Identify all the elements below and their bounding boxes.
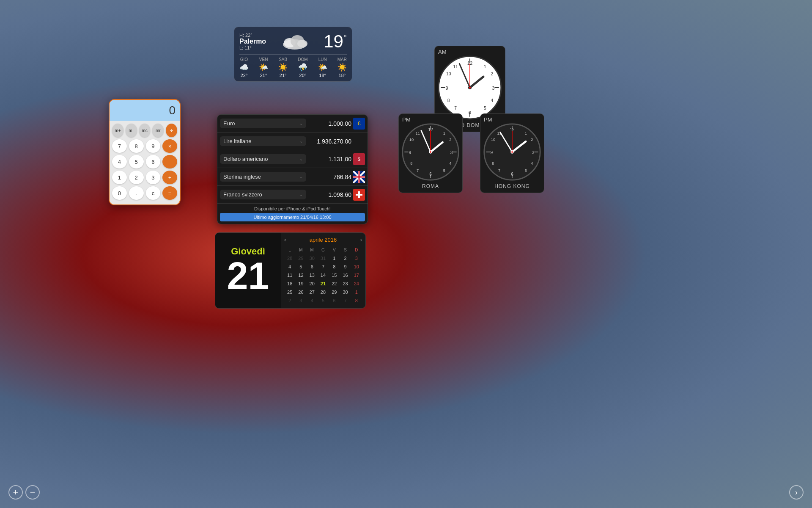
flag-euro: € [353, 118, 365, 130]
chevron-down-icon: ⌄ [299, 157, 303, 161]
flag-usa: $ [353, 153, 365, 165]
svg-text:1: 1 [525, 131, 527, 135]
svg-text:6: 6 [511, 172, 513, 177]
svg-text:10: 10 [446, 72, 451, 76]
flag-uk [353, 171, 365, 183]
svg-text:7: 7 [498, 168, 500, 173]
currency-row-franc: Franco svizzero ⌄ 1.098,60 [217, 186, 368, 204]
calc-btn-mr[interactable]: mr [152, 124, 164, 137]
calc-btn-mminus[interactable]: m- [126, 124, 137, 137]
calc-btn-2[interactable]: 2 [129, 171, 144, 184]
svg-text:11: 11 [453, 64, 458, 69]
calc-btn-multiply[interactable]: × [162, 139, 177, 153]
forecast-gio: GIO ☁️ 22° [239, 57, 249, 78]
calc-btn-mplus[interactable]: m+ [112, 124, 123, 137]
svg-text:5: 5 [525, 168, 527, 173]
forecast-sab: SAB ☀️ 21° [278, 57, 288, 78]
forecast-dom: DOM ⛈️ 20° [298, 57, 307, 78]
svg-text:8: 8 [410, 161, 412, 166]
calendar-left-panel: Giovedì 21 [215, 233, 281, 308]
forecast-ven: VEN 🌤️ 21° [259, 57, 268, 78]
svg-text:10: 10 [409, 138, 414, 142]
next-page-button[interactable]: › [789, 485, 804, 500]
chevron-down-icon: ⌄ [299, 121, 303, 126]
calc-btn-9[interactable]: 9 [146, 139, 161, 153]
weather-cloud-icon [281, 33, 309, 50]
flag-italy [353, 135, 365, 147]
calc-btn-4[interactable]: 4 [112, 155, 127, 168]
svg-text:2: 2 [449, 138, 451, 142]
svg-text:9: 9 [445, 86, 448, 91]
clock-face-roma: 12 3 6 9 1 2 4 5 7 8 10 11 [401, 123, 460, 181]
currency-row-euro: Euro ⌄ 1.000,00 € [217, 115, 368, 133]
svg-text:2: 2 [491, 72, 494, 76]
calc-btn-5[interactable]: 5 [129, 155, 144, 168]
calc-btn-add[interactable]: + [162, 171, 177, 184]
clock-ampm-roma: PM [402, 116, 411, 123]
clock-roma: PM 12 3 6 9 1 2 4 5 7 8 10 11 ROMA [398, 113, 463, 193]
clock-label-roma: ROMA [422, 183, 439, 189]
currency-promo: Disponibile per iPhone & iPod Touch! [220, 206, 365, 211]
currency-row-dollar: Dollaro americano ⌄ 1.131,00 $ [217, 150, 368, 168]
clock-ampm-hk: PM [484, 116, 492, 123]
svg-text:2: 2 [531, 138, 533, 142]
svg-text:4: 4 [449, 161, 451, 166]
svg-text:7: 7 [417, 168, 419, 173]
svg-text:11: 11 [416, 131, 420, 135]
add-widget-button[interactable]: + [8, 485, 23, 500]
remove-widget-button[interactable]: − [25, 485, 40, 500]
calendar-grid: L M M G V S D 28 29 30 31 1 2 3 4 5 [284, 246, 362, 305]
clock-label-hk: HONG KONG [494, 183, 530, 189]
calc-btn-7[interactable]: 7 [112, 139, 127, 153]
currency-update: Ultimo aggiornamento 21/04/16 13:00 [220, 213, 365, 221]
svg-text:4: 4 [491, 98, 494, 103]
svg-text:10: 10 [491, 138, 495, 142]
weather-city: Palermo [239, 38, 266, 45]
weather-forecast: GIO ☁️ 22° VEN 🌤️ 21° SAB ☀️ 21° DOM ⛈️ … [239, 54, 347, 78]
calendar-right-panel: ‹ aprile 2016 › L M M G V S D 28 29 30 3… [281, 233, 365, 308]
weather-widget: H: 22° Palermo L: 11° 19° GIO ☁️ 22° VEN… [234, 27, 352, 82]
chevron-down-icon: ⌄ [299, 139, 303, 144]
calc-btn-3[interactable]: 3 [146, 171, 161, 184]
calculator-widget: 0 m+ m- mc mr ÷ 7 8 9 × 4 5 6 − 1 2 3 + … [109, 99, 181, 205]
svg-text:3: 3 [532, 150, 535, 155]
calc-btn-1[interactable]: 1 [112, 171, 127, 184]
svg-text:4: 4 [531, 161, 533, 166]
svg-text:5: 5 [443, 168, 445, 173]
calendar-prev-button[interactable]: ‹ [284, 236, 286, 243]
svg-text:6: 6 [429, 172, 432, 177]
calc-btn-clear[interactable]: c [146, 186, 161, 200]
svg-point-3 [297, 40, 307, 47]
forecast-lun: LUN 🌤️ 18° [318, 57, 327, 78]
calendar-next-button[interactable]: › [360, 236, 362, 243]
calendar-widget: Giovedì 21 ‹ aprile 2016 › L M M G V S D… [215, 232, 366, 309]
chevron-down-icon: ⌄ [299, 174, 303, 179]
svg-text:9: 9 [409, 150, 411, 155]
calc-btn-mc[interactable]: mc [139, 124, 151, 137]
calendar-day-number: 21 [227, 257, 269, 295]
calc-btn-0[interactable]: 0 [112, 186, 127, 200]
svg-text:6: 6 [469, 110, 471, 115]
svg-point-78 [511, 151, 513, 153]
calculator-display: 0 [110, 100, 180, 121]
svg-text:9: 9 [490, 150, 493, 155]
svg-point-34 [469, 87, 471, 88]
svg-text:7: 7 [454, 106, 457, 110]
currency-row-sterling: Sterlina inglese ⌄ 786,84 [217, 168, 368, 186]
calc-btn-6[interactable]: 6 [146, 155, 161, 168]
clock-face-santo: 12 3 6 9 1 2 4 5 7 8 10 11 [437, 55, 502, 120]
calendar-nav: ‹ aprile 2016 › [284, 236, 362, 243]
clock-ampm-santo: AM [438, 49, 447, 55]
weather-temperature: 19° [324, 31, 347, 52]
calc-btn-divide[interactable]: ÷ [166, 124, 177, 137]
currency-row-lire: Lire italiane ⌄ 1.936.270,00 [217, 133, 368, 150]
forecast-mar: MAR ☀️ 18° [337, 57, 347, 78]
svg-text:8: 8 [492, 161, 494, 166]
calc-btn-8[interactable]: 8 [129, 139, 144, 153]
chevron-down-icon: ⌄ [299, 192, 303, 197]
calc-btn-dot[interactable]: . [129, 186, 144, 200]
calendar-month-year: aprile 2016 [310, 237, 337, 243]
calc-btn-subtract[interactable]: − [162, 155, 177, 168]
svg-text:3: 3 [450, 150, 453, 155]
calc-btn-equals[interactable]: = [162, 186, 177, 200]
